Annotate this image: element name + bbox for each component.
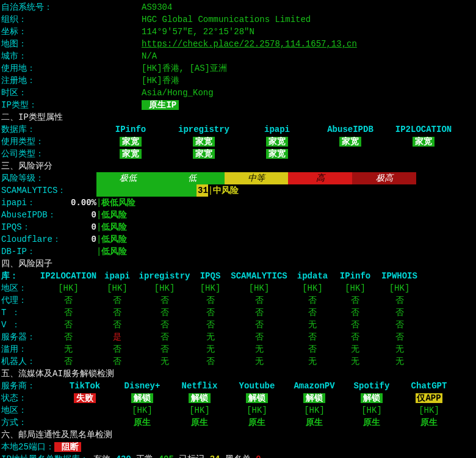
method-cell: 原生 [228,416,286,429]
bl-marked: 34 [210,454,220,458]
mail-port: 本地25端口： 阻断 [1,441,476,453]
method-cell: 原生 [400,416,458,429]
factor-cell: 无 [377,355,422,368]
factor-cell: [HK] [135,282,193,294]
label: 公司类型： [1,148,94,160]
info-reg: 注册地：[HK]香港 [1,75,476,87]
provider-header: Spotify [343,380,400,392]
stream-providers: 服务商： TikTokDisney+NetflixYoutubeAmazonPV… [1,380,476,392]
info-asn: 自治系统号：AS9304 [1,1,476,13]
factor-cell: 无 [377,343,422,355]
factor-header: IPinfo [334,270,377,282]
factor-cell: 否 [334,307,377,319]
factor-cell: 无 [291,355,334,368]
risk-text: 极低风险 [101,197,135,209]
risk-text: 低风险 [101,233,127,245]
label: 方式： [1,416,56,429]
factor-cell: [HK] [99,282,135,294]
status-badge: 仅APP [416,393,442,403]
factor-cell: 否 [227,319,291,331]
factor-cell: 无 [193,331,227,343]
label: SCAMALYTICS： [1,184,96,197]
factor-cell: 否 [377,307,422,319]
risk-text: 低风险 [101,245,127,258]
factor-cell: 否 [291,343,334,355]
score: 0 [67,233,96,245]
status-badge: 解锁 [189,393,211,403]
factor-cell: 是 [99,331,135,343]
factor-cell: 否 [227,307,291,319]
db-header: ipregistry [167,123,240,136]
factor-row: 服务器：否是否无否否否否 [1,331,476,343]
bl-valid-label: 有效 [93,454,115,458]
info-iptype: IP类型： 原生IP [1,99,476,111]
label: 库： [1,270,38,282]
stream-region: 地区： [HK][HK][HK][HK][HK][HK] [1,404,476,416]
info-usage: 使用地：[HK]香港, [AS]亚洲 [1,62,476,75]
info-tz: 时区：Asia/Hong_Kong [1,87,476,99]
factor-cell: 否 [38,331,99,343]
sep: | [208,184,213,197]
info-map: 地图：https://check.place/22.2578,114.1657,… [1,38,476,50]
status-badge: 解锁 [131,393,153,403]
badge: 家宽 [266,149,288,159]
badge: 原生IP [142,100,179,110]
factor-header: ipdata [291,270,334,282]
factor-row: 地区：[HK][HK][HK][HK][HK][HK][HK][HK] [1,282,476,294]
label: 服务商： [1,380,56,392]
badge: 家宽 [266,137,288,147]
status-badge: 解锁 [361,393,383,403]
status-badge: 解锁 [303,393,325,403]
factor-cell: 否 [99,307,135,319]
factor-cell: [HK] [38,282,99,294]
badge: 家宽 [120,137,142,147]
info-org: 组织：HGC Global Communications Limited [1,13,476,26]
value: [HK]香港, [AS]亚洲 [142,64,227,73]
factor-cell: 否 [291,331,334,343]
factor-row: 滥用：无否否无无否无无 [1,343,476,355]
label: 代理： [1,294,38,307]
provider-header: TikTok [56,380,114,392]
db-header: AbuseIPDB [314,123,387,136]
factor-cell: 否 [38,319,99,331]
label: 组织： [1,13,142,26]
factor-cell: 否 [334,294,377,307]
region-cell: [HK] [286,404,343,416]
factor-cell: 无 [334,343,377,355]
bl-black-label: 黑名单 [225,454,256,458]
risk-text: 低风险 [101,221,127,233]
bl-marked-label: 已标记 [179,454,209,458]
badge: 家宽 [339,137,361,147]
method-cell: 原生 [114,416,171,429]
db-header: ipapi [240,123,314,136]
factor-row: V ：否否否否否无否否 [1,319,476,331]
section-4-header: 四、风险因子 [1,258,476,270]
factor-cell: 无 [135,355,193,368]
db-header: IP2LOCATION [387,123,460,136]
factor-header: IP2LOCATION [38,270,99,282]
risk-seg: 低 [160,172,225,184]
factor-cell: 否 [38,294,99,307]
badge: 家宽 [193,137,215,147]
provider-header: Youtube [228,380,286,392]
factor-cell: 否 [377,331,422,343]
factor-row: 代理：否否否否否否否否 [1,294,476,307]
factor-cell: 否 [377,319,422,331]
bl-normal: 405 [159,454,174,458]
label: 机器人： [1,355,38,368]
factor-row: 机器人：否否无否无无无无 [1,355,476,368]
bl-black: 0 [256,454,261,458]
risk-seg: 中等 [225,172,289,184]
info-coord: 坐标：114°9′57″E, 22°15′28″N [1,26,476,38]
iptype-company-row: 公司类型： 家宽 家宽 家宽 [1,148,476,160]
scamalytics-row: SCAMALYTICS： 31|中风险 [1,184,476,197]
factor-cell: 否 [227,294,291,307]
map-link[interactable]: https://check.place/22.2578,114.1657,13,… [142,39,357,49]
region-cell: [HK] [228,404,286,416]
label: 状态： [1,392,56,404]
bl-normal-label: 正常 [136,454,158,458]
method-cell: 原生 [171,416,228,429]
factor-cell: [HK] [377,282,422,294]
factor-cell: [HK] [291,282,334,294]
factor-cell: 无 [227,343,291,355]
